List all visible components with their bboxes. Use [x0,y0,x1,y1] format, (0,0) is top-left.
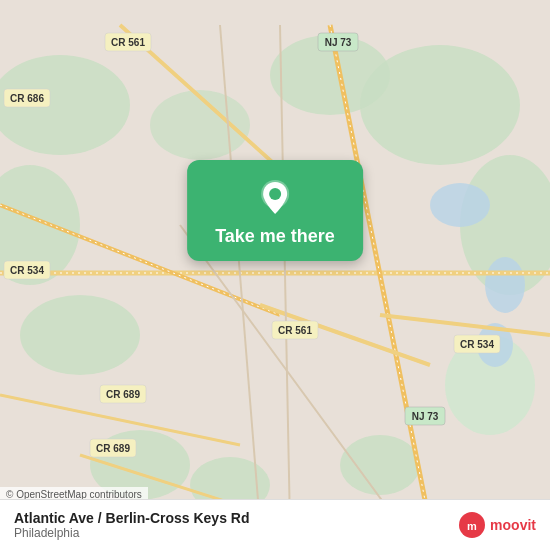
svg-point-9 [340,435,420,495]
svg-point-13 [485,257,525,313]
svg-point-3 [20,295,140,375]
take-me-there-container: Take me there [187,160,363,261]
svg-text:NJ 73: NJ 73 [412,411,439,422]
take-me-there-button[interactable]: Take me there [215,226,335,247]
moovit-label: moovit [490,517,536,533]
svg-text:CR 689: CR 689 [96,443,130,454]
svg-text:CR 534: CR 534 [10,265,44,276]
svg-point-12 [430,183,490,227]
svg-text:CR 561: CR 561 [278,325,312,336]
location-info: Atlantic Ave / Berlin-Cross Keys Rd Phil… [14,510,249,540]
svg-text:NJ 73: NJ 73 [325,37,352,48]
bottom-info-bar: Atlantic Ave / Berlin-Cross Keys Rd Phil… [0,499,550,550]
svg-point-11 [150,90,250,160]
svg-text:CR 689: CR 689 [106,389,140,400]
svg-text:CR 561: CR 561 [111,37,145,48]
location-title: Atlantic Ave / Berlin-Cross Keys Rd [14,510,249,526]
svg-text:m: m [467,520,477,532]
svg-text:CR 686: CR 686 [10,93,44,104]
moovit-logo[interactable]: m moovit [458,511,536,539]
svg-text:CR 534: CR 534 [460,339,494,350]
location-pin-icon [255,178,295,218]
location-subtitle: Philadelphia [14,526,249,540]
svg-point-48 [269,188,281,200]
action-card: Take me there [187,160,363,261]
moovit-icon: m [458,511,486,539]
map-container: CR 561 NJ 73 CR 686 CR 534 CR 534 CR 561… [0,0,550,550]
